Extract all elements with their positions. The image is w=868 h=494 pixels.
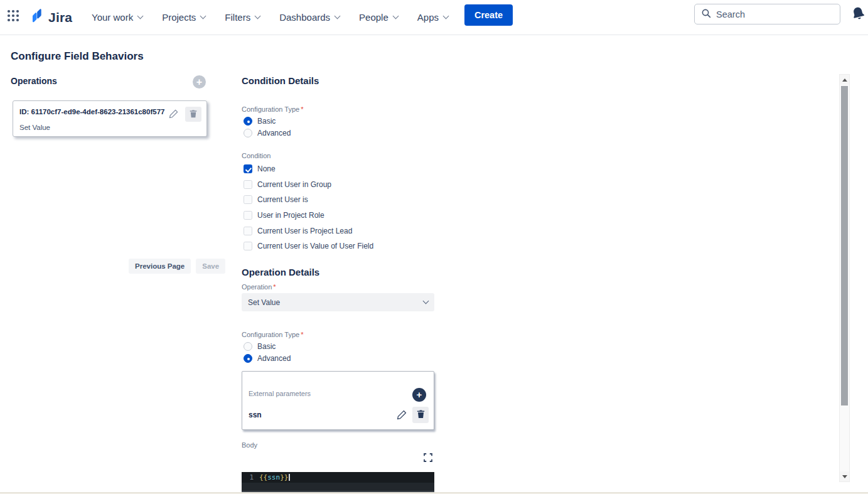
radio-basic[interactable]: Basic bbox=[244, 117, 276, 126]
condition-option-user-in-project-role[interactable]: User in Project Role bbox=[244, 211, 324, 220]
jira-logo[interactable]: Jira bbox=[29, 8, 72, 27]
delete-parameter-button[interactable] bbox=[412, 407, 429, 423]
operation-select[interactable]: Set Value bbox=[242, 293, 434, 311]
nav-item-label: Filters bbox=[225, 12, 250, 23]
nav-item-label: Your work bbox=[92, 12, 133, 23]
condition-option-current-user-is-value-of-user-field[interactable]: Current User is Value of User Field bbox=[244, 242, 373, 250]
code-token-open-brace: {{ bbox=[259, 473, 267, 481]
page-scrollbar[interactable] bbox=[839, 74, 850, 482]
scrollbar-thumb[interactable] bbox=[841, 86, 848, 405]
app-switcher-grid-icon bbox=[7, 14, 19, 24]
app-switcher-button[interactable] bbox=[6, 9, 20, 23]
radio-basic-2[interactable]: Basic bbox=[244, 342, 276, 351]
chevron-down-icon bbox=[335, 13, 341, 19]
operation-id: ID: 61170cf7-ed9e-4def-8623-21361c80f577 bbox=[19, 108, 164, 115]
condition-option-current-user-is[interactable]: Current User is bbox=[244, 195, 308, 204]
nav-item-projects[interactable]: Projects bbox=[162, 12, 205, 23]
notification-bell-icon bbox=[850, 14, 866, 23]
operation-card[interactable]: ID: 61170cf7-ed9e-4def-8623-21361c80f577… bbox=[13, 100, 207, 137]
line-number: 1 bbox=[242, 473, 259, 481]
pagination-buttons: Previous Page Save bbox=[129, 259, 225, 274]
parameter-name: ssn bbox=[249, 411, 262, 419]
add-operation-button[interactable]: + bbox=[193, 75, 206, 89]
label-text: Configuration Type bbox=[242, 105, 299, 113]
checkbox-icon[interactable] bbox=[244, 227, 252, 235]
condition-option-current-user-in-group[interactable]: Current User in Group bbox=[244, 180, 331, 189]
fullscreen-expand-icon bbox=[423, 455, 433, 464]
operation-select-value: Set Value bbox=[248, 298, 419, 307]
nav-item-people[interactable]: People bbox=[359, 12, 398, 23]
external-parameters-label: External parameters bbox=[249, 390, 311, 397]
radio-selected-icon[interactable] bbox=[244, 117, 252, 126]
checkbox-label: Current User is Value of User Field bbox=[257, 242, 373, 250]
radio-advanced[interactable]: Advanced bbox=[244, 129, 291, 137]
plus-icon: + bbox=[196, 77, 202, 87]
scroll-up-icon bbox=[842, 78, 847, 82]
operation-type-label: Set Value bbox=[19, 124, 50, 131]
scroll-up-button[interactable] bbox=[840, 75, 849, 85]
required-asterisk: * bbox=[301, 331, 303, 338]
nav-item-label: Projects bbox=[162, 12, 196, 23]
operations-panel-title: Operations bbox=[11, 76, 57, 86]
nav-item-dashboards[interactable]: Dashboards bbox=[279, 12, 340, 23]
edit-operation-button[interactable] bbox=[169, 109, 179, 121]
top-navigation-bar: Jira Your work Projects Filters Dashboar… bbox=[0, 0, 868, 35]
checkbox-icon[interactable] bbox=[244, 180, 252, 189]
checkbox-label: None bbox=[257, 164, 276, 173]
edit-pencil-icon bbox=[397, 412, 407, 422]
checkbox-checked-icon[interactable] bbox=[244, 164, 252, 173]
radio-selected-icon[interactable] bbox=[244, 354, 252, 363]
checkbox-label: Current User is bbox=[257, 195, 308, 204]
jira-logo-icon bbox=[29, 8, 46, 27]
nav-item-label: Dashboards bbox=[279, 12, 330, 23]
chevron-down-icon bbox=[255, 13, 261, 19]
delete-trash-icon bbox=[416, 409, 426, 421]
search-input[interactable] bbox=[716, 9, 833, 19]
scroll-down-button[interactable] bbox=[840, 471, 849, 481]
nav-item-filters[interactable]: Filters bbox=[225, 12, 260, 23]
code-token-variable: ssn bbox=[267, 473, 280, 481]
radio-label: Advanced bbox=[257, 129, 291, 137]
scroll-down-icon bbox=[842, 475, 847, 478]
label-text: Configuration Type bbox=[242, 331, 299, 338]
nav-item-label: People bbox=[359, 12, 388, 23]
body-code-editor[interactable]: 1 {{ssn}} bbox=[242, 472, 434, 494]
radio-label: Advanced bbox=[257, 354, 291, 363]
save-button[interactable]: Save bbox=[196, 259, 225, 274]
required-asterisk: * bbox=[273, 283, 276, 291]
body-label: Body bbox=[242, 441, 257, 449]
radio-unselected-icon[interactable] bbox=[244, 342, 252, 351]
previous-page-button[interactable]: Previous Page bbox=[129, 259, 191, 274]
checkbox-icon[interactable] bbox=[244, 195, 252, 204]
condition-option-current-user-is-project-lead[interactable]: Current User is Project Lead bbox=[244, 227, 352, 235]
fullscreen-toggle-button[interactable] bbox=[422, 453, 434, 464]
radio-unselected-icon[interactable] bbox=[244, 129, 252, 137]
jira-logo-text: Jira bbox=[48, 10, 72, 25]
nav-item-your-work[interactable]: Your work bbox=[92, 12, 142, 23]
chevron-down-icon bbox=[392, 13, 399, 19]
create-button[interactable]: Create bbox=[464, 4, 513, 26]
add-parameter-button[interactable]: + bbox=[412, 388, 426, 402]
radio-advanced-2[interactable]: Advanced bbox=[244, 354, 291, 363]
delete-operation-button[interactable] bbox=[185, 107, 201, 122]
code-line[interactable]: 1 {{ssn}} bbox=[242, 472, 434, 483]
search-box[interactable] bbox=[694, 4, 840, 24]
notifications-button[interactable] bbox=[850, 6, 866, 22]
condition-label: Condition bbox=[242, 152, 271, 159]
checkbox-icon[interactable] bbox=[244, 242, 252, 250]
edit-pencil-icon bbox=[169, 111, 179, 121]
edit-parameter-button[interactable] bbox=[397, 409, 407, 422]
checkbox-icon[interactable] bbox=[244, 211, 252, 220]
primary-nav: Your work Projects Filters Dashboards Pe… bbox=[92, 0, 448, 35]
nav-item-apps[interactable]: Apps bbox=[417, 12, 448, 23]
checkbox-label: User in Project Role bbox=[257, 211, 324, 220]
code-token-close-brace: }} bbox=[280, 473, 288, 481]
page-title: Configure Field Behaviors bbox=[11, 50, 144, 63]
configure-field-behaviors-page: Jira Your work Projects Filters Dashboar… bbox=[0, 0, 868, 494]
condition-option-none[interactable]: None bbox=[244, 164, 276, 173]
nav-item-label: Apps bbox=[417, 12, 439, 23]
search-icon bbox=[701, 8, 711, 21]
required-asterisk: * bbox=[301, 105, 303, 113]
chevron-down-icon bbox=[137, 13, 144, 19]
text-cursor bbox=[289, 474, 290, 481]
